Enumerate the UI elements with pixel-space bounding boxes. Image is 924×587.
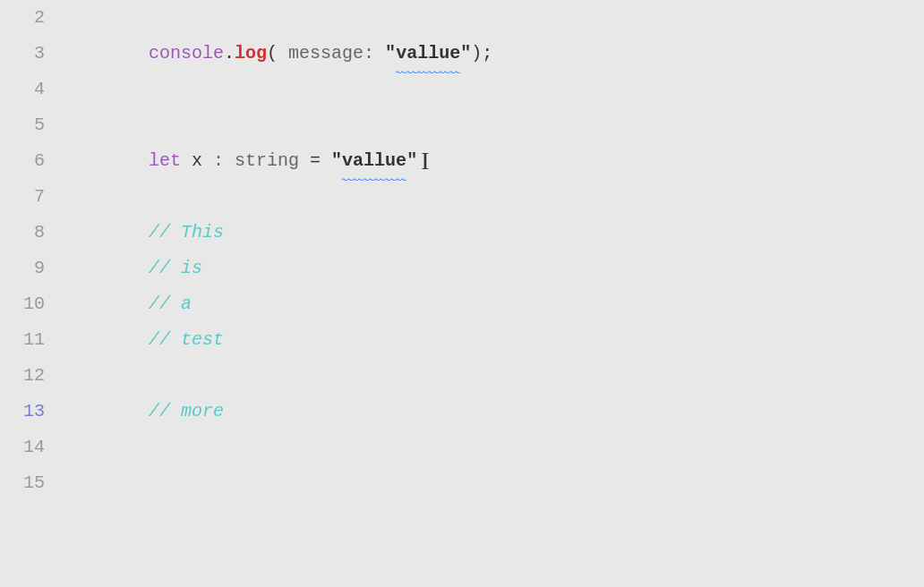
console-keyword: console: [149, 43, 224, 64]
line-number-9: 9: [0, 251, 63, 286]
line-number-8: 8: [0, 215, 63, 251]
line-6: 6 let x : string = "vallue"I: [0, 143, 924, 179]
comment-test: // test: [149, 329, 224, 350]
code-container: 2 3 console.log( message: "vallue"); 4 5…: [0, 0, 924, 501]
type-annotation: string: [235, 150, 299, 171]
let-keyword: let: [149, 150, 181, 171]
line-number-7: 7: [0, 179, 63, 215]
line-4: 4: [0, 72, 924, 107]
line-14: 14: [0, 430, 924, 465]
line-number-11: 11: [0, 322, 63, 358]
comment-more: // more: [149, 401, 224, 421]
log-function: log: [235, 43, 267, 64]
line-number-2: 2: [0, 0, 63, 36]
line-number-3: 3: [0, 36, 63, 72]
line-number-15: 15: [0, 465, 63, 501]
line-11: 11 // test: [0, 322, 924, 358]
line-13: 13 // more: [0, 394, 924, 430]
line-number-12: 12: [0, 358, 63, 394]
line-number-5: 5: [0, 107, 63, 143]
line-number-4: 4: [0, 72, 63, 107]
squiggle-vallue-2: vallue: [342, 143, 406, 179]
text-cursor: I: [421, 149, 429, 174]
line-3: 3 console.log( message: "vallue");: [0, 36, 924, 72]
line-number-10: 10: [0, 286, 63, 322]
line-number-13: 13: [0, 394, 63, 430]
line-15: 15: [0, 465, 924, 501]
line-number-14: 14: [0, 430, 63, 465]
squiggle-vallue-1: vallue: [396, 36, 460, 72]
code-editor[interactable]: 2 3 console.log( message: "vallue"); 4 5…: [0, 0, 924, 587]
line-number-6: 6: [0, 143, 63, 179]
